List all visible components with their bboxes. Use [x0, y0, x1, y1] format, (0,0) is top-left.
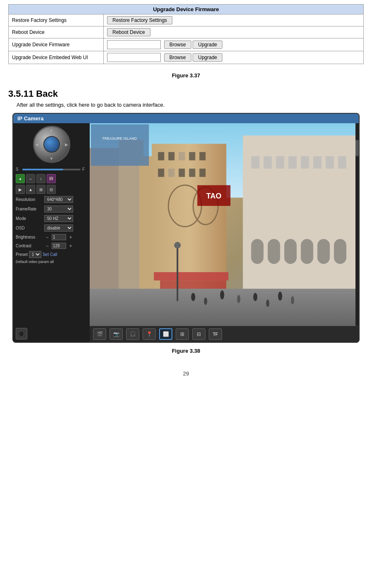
svg-rect-13: [189, 169, 195, 177]
page-number: 29: [8, 370, 364, 377]
mode-row: Mode 50 HZ: [16, 215, 87, 222]
resolution-row: Resolution 640*480: [16, 196, 87, 203]
preset-select[interactable]: 1: [29, 251, 41, 258]
arrow-left-icon: ◀: [35, 142, 38, 147]
row-action: Browse Upgrade: [104, 51, 364, 64]
row-action: Reboot Device: [104, 26, 364, 38]
framerate-select[interactable]: 30: [44, 206, 73, 213]
camera-brand-label: IP Camera: [17, 115, 43, 122]
grid2-icon: ⊟: [197, 331, 201, 337]
control-buttons-row2: ▶ ▲ ⊞ ⊟: [16, 185, 87, 194]
row-label: Upgrade Device Firmware: [9, 38, 104, 51]
svg-rect-5: [158, 152, 164, 160]
svg-rect-30: [326, 156, 334, 169]
svg-text:TREASURE ISLAND: TREASURE ISLAND: [102, 136, 137, 141]
svg-rect-27: [289, 156, 297, 169]
svg-text:TAO: TAO: [206, 192, 222, 200]
figure-38-caption: Figure 3.38: [8, 348, 364, 354]
svg-rect-22: [317, 239, 330, 264]
default-video-label[interactable]: Default video param all: [16, 260, 87, 264]
preset-set-btn[interactable]: Set: [43, 252, 49, 257]
video-scrollbar[interactable]: [355, 123, 359, 326]
brightness-label: Brightness: [16, 235, 43, 239]
joystick-arrows: ▲ ▼ ◀ ▶: [34, 127, 69, 162]
brightness-plus-icon[interactable]: +: [68, 234, 74, 240]
preset-row: Preset 1 Set Call: [16, 251, 87, 258]
slider-f-label: F: [82, 167, 87, 172]
camera-body: ▲ ▼ ◀ ▶ S F ● ↔ ↕: [13, 123, 359, 342]
brightness-input[interactable]: [52, 234, 66, 240]
toolbar-audio-btn[interactable]: 🎧: [126, 328, 139, 340]
toolbar-video-btn[interactable]: 🎬: [93, 328, 106, 340]
svg-point-41: [278, 292, 282, 301]
toolbar-grid2-btn[interactable]: ⊟: [192, 328, 205, 340]
firmware-file-input[interactable]: [107, 40, 161, 49]
svg-point-35: [191, 293, 195, 301]
webui-browse-button[interactable]: Browse: [164, 53, 191, 62]
osd-label: OSD: [16, 226, 43, 230]
resolution-select[interactable]: 640*480: [44, 196, 73, 203]
link-btn1[interactable]: ⊞: [36, 185, 45, 194]
arrow-right-icon: ▶: [65, 142, 68, 147]
webui-upgrade-button[interactable]: Upgrade: [193, 53, 222, 62]
toolbar-fullscreen-btn[interactable]: ⬜: [159, 328, 172, 340]
speed-slider-track[interactable]: [22, 169, 81, 170]
row-action: Browse Upgrade: [104, 38, 364, 51]
mode-select[interactable]: 50 HZ: [44, 215, 73, 222]
firmware-browse-button[interactable]: Browse: [164, 41, 191, 49]
svg-rect-29: [313, 156, 322, 169]
firmware-upgrade-button[interactable]: Upgrade: [193, 41, 222, 49]
osd-select[interactable]: disable: [44, 225, 73, 232]
green-circle-btn[interactable]: ●: [16, 174, 25, 183]
svg-rect-23: [334, 239, 346, 264]
ir-btn[interactable]: IR: [47, 174, 56, 183]
svg-rect-24: [251, 156, 260, 169]
grid1-icon: ⊞: [180, 331, 184, 337]
fullscreen-icon: ⬜: [163, 331, 169, 337]
play-btn[interactable]: ▶: [16, 185, 25, 194]
audio-icon: 🎧: [130, 331, 136, 337]
svg-point-38: [237, 295, 241, 303]
camera-ui-screenshot: IP Camera ▲ ▼ ◀ ▶ S: [12, 113, 360, 343]
toolbar-photo-btn[interactable]: 📷: [110, 328, 123, 340]
svg-point-36: [204, 297, 207, 305]
joystick-circle[interactable]: ▲ ▼ ◀ ▶: [33, 126, 70, 163]
svg-rect-6: [168, 152, 174, 160]
svg-rect-21: [301, 239, 313, 264]
control-buttons-row1: ● ↔ ↕ IR: [16, 174, 87, 183]
tf-icon: TF: [213, 332, 218, 337]
scrollbar-thumb: [355, 140, 359, 156]
toolbar-tf-btn[interactable]: TF: [209, 328, 222, 340]
toolbar-location-btn[interactable]: 📍: [143, 328, 156, 340]
link-btn2[interactable]: ⊟: [47, 185, 56, 194]
preset-call-btn[interactable]: Call: [50, 252, 57, 257]
pan-btn[interactable]: ↔: [26, 174, 35, 183]
contrast-plus-icon[interactable]: +: [68, 243, 74, 249]
row-action: Restore Factory Settings: [104, 14, 364, 26]
toolbar-grid1-btn[interactable]: ⊞: [176, 328, 189, 340]
restore-factory-button[interactable]: Restore Factory Settings: [107, 16, 172, 24]
svg-point-37: [220, 290, 224, 299]
svg-rect-18: [251, 239, 264, 264]
brightness-minus-icon[interactable]: −: [44, 234, 50, 240]
camera-top-bar: IP Camera: [13, 114, 359, 123]
arrow-up-icon: ▲: [50, 128, 54, 132]
tilt-btn[interactable]: ↕: [36, 174, 45, 183]
svg-rect-12: [179, 169, 185, 177]
resolution-label: Resolution: [16, 197, 43, 202]
webui-file-input[interactable]: [107, 53, 161, 62]
camera-joystick[interactable]: ▲ ▼ ◀ ▶: [16, 126, 87, 163]
contrast-minus-icon[interactable]: −: [44, 243, 50, 249]
svg-rect-7: [179, 152, 185, 160]
contrast-input[interactable]: [52, 243, 66, 249]
reboot-device-button[interactable]: Reboot Device: [107, 28, 150, 36]
svg-rect-31: [338, 156, 346, 169]
svg-rect-11: [168, 169, 174, 177]
preset-label: Preset: [16, 252, 28, 257]
svg-rect-25: [264, 156, 272, 169]
gear-settings-btn[interactable]: ⚙: [16, 328, 27, 339]
table-row: Reboot Device Reboot Device: [9, 26, 364, 38]
up-btn[interactable]: ▲: [26, 185, 35, 194]
svg-rect-19: [268, 239, 280, 264]
video-display: TAO TREASURE ISLAND: [90, 123, 359, 326]
